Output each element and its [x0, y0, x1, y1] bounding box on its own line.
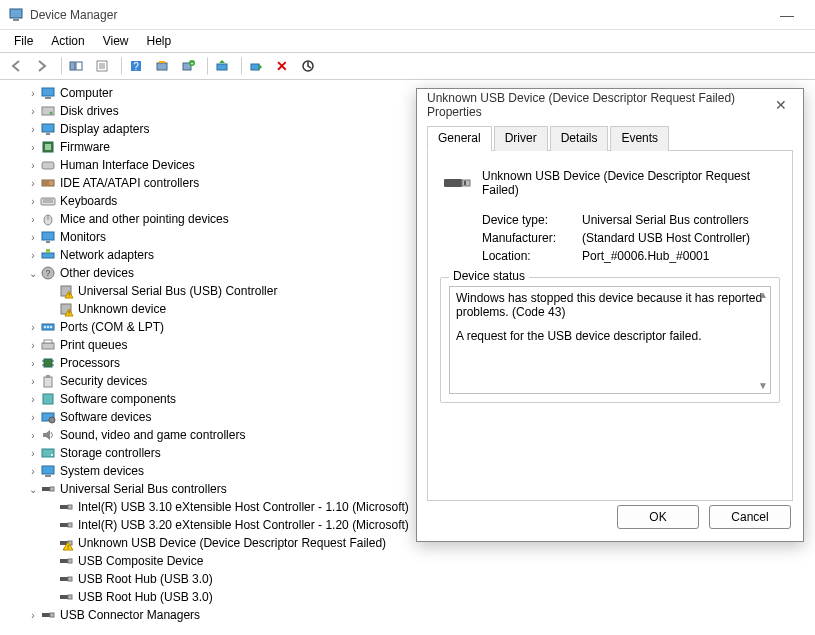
chevron-right-icon[interactable]: ›	[26, 160, 40, 171]
svg-point-49	[47, 326, 49, 328]
chevron-down-icon[interactable]: ⌄	[26, 484, 40, 495]
add-legacy-icon[interactable]: +	[176, 55, 200, 77]
window-title: Device Manager	[30, 8, 767, 22]
tree-item[interactable]: USB Composite Device	[0, 552, 815, 570]
tree-item-label: Monitors	[60, 230, 106, 244]
chevron-right-icon[interactable]: ›	[26, 178, 40, 189]
menu-view[interactable]: View	[95, 32, 137, 50]
tree-item[interactable]: USB Root Hub (USB 3.0)	[0, 588, 815, 606]
device-name: Unknown USB Device (Device Descriptor Re…	[482, 165, 780, 197]
toolbar: ? + ✕	[0, 52, 815, 80]
svg-rect-10	[157, 63, 167, 70]
tree-item-label: Security devices	[60, 374, 147, 388]
chevron-right-icon[interactable]: ›	[26, 610, 40, 621]
cpu-icon	[40, 355, 56, 371]
network-icon	[40, 247, 56, 263]
manufacturer-label: Manufacturer:	[482, 231, 582, 245]
device-type-label: Device type:	[482, 213, 582, 227]
tree-item-label: Keyboards	[60, 194, 117, 208]
svg-rect-20	[45, 97, 51, 99]
forward-arrow-icon[interactable]	[30, 55, 54, 77]
tree-item-label: USB Root Hub (USB 3.0)	[78, 590, 213, 604]
toolbar-separator	[116, 57, 122, 75]
chevron-right-icon[interactable]: ›	[26, 214, 40, 225]
chevron-right-icon[interactable]: ›	[26, 430, 40, 441]
update-driver-icon[interactable]	[210, 55, 234, 77]
svg-rect-82	[42, 613, 50, 617]
svg-rect-86	[464, 181, 466, 185]
chevron-right-icon[interactable]: ›	[26, 232, 40, 243]
svg-text:✕: ✕	[276, 59, 288, 73]
chevron-right-icon[interactable]: ›	[26, 340, 40, 351]
svg-rect-40	[46, 249, 50, 253]
uninstall-icon[interactable]	[296, 55, 320, 77]
svg-rect-65	[42, 466, 54, 474]
usb-icon	[58, 499, 74, 515]
cancel-button[interactable]: Cancel	[709, 505, 791, 529]
disable-icon[interactable]: ✕	[270, 55, 294, 77]
storage-icon	[40, 445, 56, 461]
tab-driver[interactable]: Driver	[494, 126, 548, 151]
tab-general[interactable]: General	[427, 126, 492, 151]
chevron-right-icon[interactable]: ›	[26, 448, 40, 459]
usbconn-icon	[40, 607, 56, 623]
svg-rect-2	[70, 62, 75, 70]
hid-icon	[40, 157, 56, 173]
menubar: File Action View Help	[0, 30, 815, 52]
tab-details[interactable]: Details	[550, 126, 609, 151]
tree-item[interactable]: USB Root Hub (USB 3.0)	[0, 570, 815, 588]
chevron-right-icon[interactable]: ›	[26, 250, 40, 261]
scroll-up-icon[interactable]: ▲	[758, 289, 768, 300]
device-status-textbox[interactable]: Windows has stopped this device because …	[449, 286, 771, 394]
device-status-legend: Device status	[449, 269, 529, 283]
chevron-right-icon[interactable]: ›	[26, 88, 40, 99]
svg-rect-67	[42, 487, 50, 491]
chevron-right-icon[interactable]: ›	[26, 358, 40, 369]
svg-point-62	[49, 417, 55, 423]
tree-item-label: Software devices	[60, 410, 151, 424]
ok-button[interactable]: OK	[617, 505, 699, 529]
scan-hardware-icon[interactable]	[150, 55, 174, 77]
svg-rect-68	[50, 487, 54, 491]
menu-file[interactable]: File	[6, 32, 41, 50]
chevron-down-icon[interactable]: ⌄	[26, 268, 40, 279]
usb-icon	[58, 553, 74, 569]
close-icon[interactable]: ✕	[769, 97, 793, 113]
minimize-button[interactable]: —	[767, 7, 807, 23]
tree-item-label: Computer	[60, 86, 113, 100]
enable-icon[interactable]	[244, 55, 268, 77]
tab-events[interactable]: Events	[610, 126, 669, 151]
tree-item-label: Ports (COM & LPT)	[60, 320, 164, 334]
chevron-right-icon[interactable]: ›	[26, 124, 40, 135]
tree-item-label: Display adapters	[60, 122, 149, 136]
chevron-right-icon[interactable]: ›	[26, 106, 40, 117]
svg-rect-24	[46, 133, 50, 135]
show-hide-tree-icon[interactable]	[64, 55, 88, 77]
chevron-right-icon[interactable]: ›	[26, 196, 40, 207]
chevron-right-icon[interactable]: ›	[26, 394, 40, 405]
other-icon: ?	[40, 265, 56, 281]
properties-icon[interactable]	[90, 55, 114, 77]
back-arrow-icon[interactable]	[4, 55, 28, 77]
svg-point-64	[51, 454, 53, 456]
menu-help[interactable]: Help	[139, 32, 180, 50]
tree-item-label: Human Interface Devices	[60, 158, 195, 172]
help-icon[interactable]: ?	[124, 55, 148, 77]
tree-item-label: Network adapters	[60, 248, 154, 262]
monitor-icon	[40, 229, 56, 245]
chevron-right-icon[interactable]: ›	[26, 466, 40, 477]
scroll-down-icon[interactable]: ▼	[758, 380, 768, 391]
svg-text:?: ?	[45, 268, 50, 278]
tree-item[interactable]: ›USB Connector Managers	[0, 606, 815, 624]
chevron-right-icon[interactable]: ›	[26, 412, 40, 423]
svg-rect-59	[46, 375, 50, 378]
menu-action[interactable]: Action	[43, 32, 92, 50]
svg-rect-69	[60, 505, 68, 509]
dialog-titlebar: Unknown USB Device (Device Descriptor Re…	[417, 89, 803, 121]
chevron-right-icon[interactable]: ›	[26, 376, 40, 387]
svg-rect-80	[60, 595, 68, 599]
svg-rect-76	[60, 559, 68, 563]
location-label: Location:	[482, 249, 582, 263]
chevron-right-icon[interactable]: ›	[26, 322, 40, 333]
chevron-right-icon[interactable]: ›	[26, 142, 40, 153]
